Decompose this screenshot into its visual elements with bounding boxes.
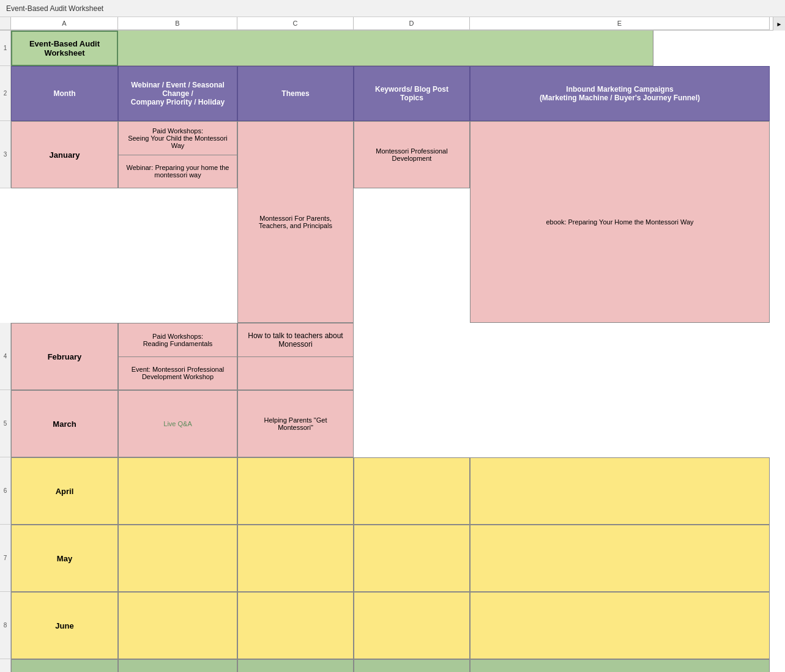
february-webinar-top: Paid Workshops:Reading Fundamentals [119, 323, 237, 357]
may-webinar-cell[interactable] [118, 525, 237, 592]
col-header-e: E [470, 17, 770, 30]
col-header-b: B [118, 17, 237, 30]
june-webinar-cell[interactable] [118, 592, 237, 659]
may-keywords-cell[interactable] [354, 525, 470, 592]
spreadsheet-container: Event-Based Audit Worksheet A B C D E ► … [0, 0, 785, 672]
january-webinar-cell[interactable]: Paid Workshops:Seeing Your Child the Mon… [118, 121, 237, 188]
april-row: 6 April [0, 457, 785, 525]
may-themes-cell[interactable] [237, 525, 354, 592]
title-row: 1 Event-Based AuditWorksheet [0, 31, 785, 66]
header-webinar: Webinar / Event / Seasonal Change /Compa… [118, 66, 237, 121]
june-month-cell[interactable]: June [11, 592, 118, 659]
header-keywords: Keywords/ Blog PostTopics [354, 66, 470, 121]
july-keywords-cell[interactable] [354, 659, 470, 672]
purple-header-row: 2 Month Webinar / Event / Seasonal Chang… [0, 66, 785, 121]
july-themes-cell[interactable] [237, 659, 354, 672]
header-month: Month [11, 66, 118, 121]
march-webinar-cell[interactable]: Live Q&A [118, 390, 237, 457]
row-num-4: 4 [0, 323, 11, 390]
header-themes: Themes [237, 66, 354, 121]
row-num-3: 3 [0, 121, 11, 188]
july-row: 9 July [0, 659, 785, 672]
june-row: 8 June [0, 592, 785, 659]
april-keywords-cell[interactable] [354, 457, 470, 525]
col-header-d: D [354, 17, 470, 30]
row-num-7: 7 [0, 525, 11, 592]
february-webinar-bot: Event: Montessori ProfessionalDevelopmen… [128, 357, 228, 390]
june-inbound-cell[interactable] [470, 592, 770, 659]
february-month-cell[interactable]: February [11, 323, 118, 390]
table-wrapper: 1 Event-Based AuditWorksheet 2 Month Web… [0, 31, 785, 672]
march-keywords-cell[interactable]: Helping Parents "GetMontessori" [237, 390, 354, 457]
title-span-area [118, 31, 653, 66]
scroll-right-icon[interactable]: ► [773, 17, 785, 31]
title-bar-text: Event-Based Audit Worksheet [6, 4, 103, 13]
july-webinar-cell[interactable] [118, 659, 237, 672]
row-num-8: 8 [0, 592, 11, 659]
title-bar: Event-Based Audit Worksheet [0, 0, 785, 17]
april-month-cell[interactable]: April [11, 457, 118, 525]
january-webinar-top: Paid Workshops:Seeing Your Child the Mon… [119, 122, 237, 155]
col-letter-headers: A B C D E ► [0, 17, 785, 31]
february-keywords-cell[interactable]: How to talk to teachers aboutMonessori [237, 323, 354, 390]
may-inbound-cell[interactable] [470, 525, 770, 592]
may-month-cell[interactable]: May [11, 525, 118, 592]
january-month-cell[interactable]: January [11, 121, 118, 188]
february-webinar-cell[interactable]: Paid Workshops:Reading Fundamentals Even… [118, 323, 237, 390]
july-inbound-cell[interactable] [470, 659, 770, 672]
themes-rowspan-cell[interactable]: Montessori For Parents,Teachers, and Pri… [237, 121, 354, 323]
inbound-rowspan-cell[interactable]: ebook: Preparing Your Home the Montessor… [470, 121, 770, 323]
worksheet-title-cell[interactable]: Event-Based AuditWorksheet [11, 31, 118, 66]
row-num-5: 5 [0, 390, 11, 457]
july-month-cell[interactable]: July [11, 659, 118, 672]
col-header-a: A [11, 17, 118, 30]
col-header-c: C [237, 17, 354, 30]
february-keywords-bot [238, 357, 353, 390]
january-row: 3 January Paid Workshops:Seeing Your Chi… [0, 121, 785, 323]
header-inbound: Inbound Marketing Campaigns(Marketing Ma… [470, 66, 770, 121]
june-themes-cell[interactable] [237, 592, 354, 659]
row-num-9: 9 [0, 659, 11, 672]
may-row: 7 May [0, 525, 785, 592]
february-keywords-top: How to talk to teachers aboutMonessori [238, 323, 353, 357]
april-themes-cell[interactable] [237, 457, 354, 525]
row-num-spacer [0, 17, 11, 30]
april-webinar-cell[interactable] [118, 457, 237, 525]
row-num-6: 6 [0, 457, 11, 525]
row-num-1: 1 [0, 31, 11, 66]
january-keywords-cell[interactable]: Montessori ProfessionalDevelopment [354, 121, 470, 188]
january-webinar-bot: Webinar: Preparing your home themontesso… [124, 155, 233, 188]
worksheet-title-line1: Event-Based AuditWorksheet [29, 39, 100, 57]
march-row: 5 March Live Q&A Helping Parents "GetMon… [0, 390, 785, 457]
april-inbound-cell[interactable] [470, 457, 770, 525]
row-num-2: 2 [0, 66, 11, 121]
june-keywords-cell[interactable] [354, 592, 470, 659]
february-row: 4 February Paid Workshops:Reading Fundam… [0, 323, 785, 390]
march-month-cell[interactable]: March [11, 390, 118, 457]
